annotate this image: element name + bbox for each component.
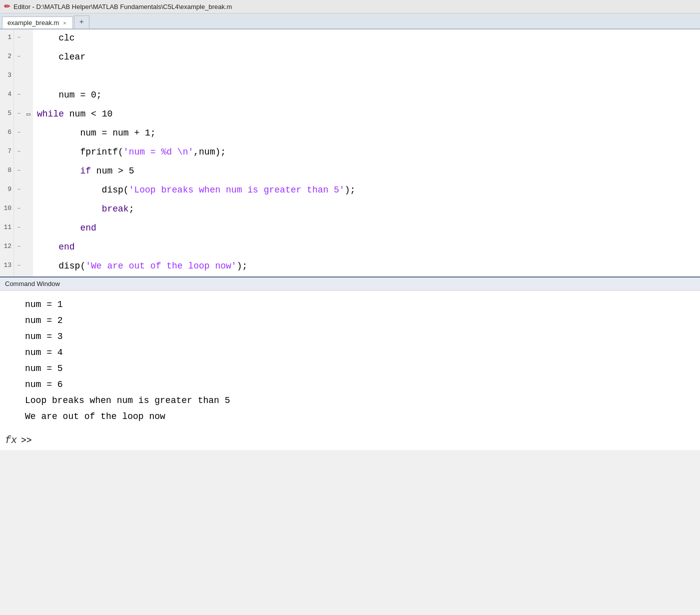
line-number-12: 12	[0, 238, 14, 258]
cw-output-5: num = 5	[25, 360, 675, 376]
code-content-6[interactable]: num = num + 1;	[33, 124, 700, 144]
code-content-2[interactable]: clear	[33, 48, 700, 68]
code-content-10[interactable]: break;	[33, 200, 700, 220]
line-dash-13: –	[14, 258, 24, 276]
line-dash-2: –	[14, 48, 24, 68]
fold-6	[24, 124, 33, 144]
command-window-body[interactable]: num = 1 num = 2 num = 3 num = 4 num = 5 …	[0, 290, 700, 430]
code-line-3: 3	[0, 68, 700, 86]
fold-13	[24, 258, 33, 276]
fold-1	[24, 30, 33, 48]
line-dash-6: –	[14, 124, 24, 144]
fold-9	[24, 182, 33, 200]
command-window-header: Command Window	[0, 278, 700, 290]
line-dash-10: –	[14, 200, 24, 220]
line-number-10: 10	[0, 200, 14, 220]
window-title: Editor - D:\MATLAB Helper\MATLAB Fundame…	[13, 3, 232, 10]
tab-label: example_break.m	[7, 19, 59, 26]
fold-12	[24, 238, 33, 258]
code-content-7[interactable]: fprintf('num = %d \n',num);	[33, 144, 700, 162]
line-dash-4: –	[14, 86, 24, 106]
cw-output-3: num = 3	[25, 328, 675, 344]
code-content-1[interactable]: clc	[33, 30, 700, 48]
prompt-text[interactable]: >>	[21, 436, 32, 446]
cw-output-4: num = 4	[25, 344, 675, 360]
line-dash-7: –	[14, 144, 24, 162]
code-content-13[interactable]: disp('We are out of the loop now');	[33, 258, 700, 276]
fold-2	[24, 48, 33, 68]
code-content-8[interactable]: if num > 5	[33, 162, 700, 182]
fx-symbol: fx	[5, 434, 17, 446]
code-content-12[interactable]: end	[33, 238, 700, 258]
cw-output-1: num = 1	[25, 296, 675, 312]
line-dash-11: –	[14, 220, 24, 238]
code-content-5[interactable]: while num < 10	[33, 106, 700, 124]
new-tab-button[interactable]: +	[74, 16, 89, 28]
code-line-8: 8 – if num > 5	[0, 162, 700, 182]
file-tab[interactable]: example_break.m ×	[2, 16, 73, 28]
cw-output-2: num = 2	[25, 312, 675, 328]
code-line-2: 2 – clear	[0, 48, 700, 68]
line-number-7: 7	[0, 144, 14, 162]
code-content-3[interactable]	[33, 68, 700, 86]
line-number-3: 3	[0, 68, 14, 86]
code-line-4: 4 – num = 0;	[0, 86, 700, 106]
code-line-10: 10 – break;	[0, 200, 700, 220]
line-dash-9: –	[14, 182, 24, 200]
prompt-line[interactable]: fx >>	[0, 430, 700, 450]
fold-3	[24, 68, 33, 86]
code-content-9[interactable]: disp('Loop breaks when num is greater th…	[33, 182, 700, 200]
line-number-11: 11	[0, 220, 14, 238]
tab-bar: example_break.m × +	[0, 14, 700, 30]
title-bar: ✏ Editor - D:\MATLAB Helper\MATLAB Funda…	[0, 0, 700, 14]
fold-8	[24, 162, 33, 182]
fold-7	[24, 144, 33, 162]
code-line-13: 13 – disp('We are out of the loop now');	[0, 258, 700, 276]
code-line-7: 7 – fprintf('num = %d \n',num);	[0, 144, 700, 162]
line-number-1: 1	[0, 30, 14, 48]
code-line-11: 11 – end	[0, 220, 700, 238]
cw-output-8: We are out of the loop now	[25, 408, 675, 424]
code-line-5: 5 – ▭ while num < 10	[0, 106, 700, 124]
line-number-9: 9	[0, 182, 14, 200]
fold-4	[24, 86, 33, 106]
line-number-6: 6	[0, 124, 14, 144]
tab-close-button[interactable]: ×	[63, 20, 66, 26]
line-dash-8: –	[14, 162, 24, 182]
code-content-11[interactable]: end	[33, 220, 700, 238]
cw-output-7: Loop breaks when num is greater than 5	[25, 392, 675, 408]
fold-5[interactable]: ▭	[24, 106, 33, 124]
line-number-4: 4	[0, 86, 14, 106]
code-line-6: 6 – num = num + 1;	[0, 124, 700, 144]
fold-11	[24, 220, 33, 238]
line-dash-12: –	[14, 238, 24, 258]
editor-panel: 1 – clc 2 – clear 3 4 – num = 0; 5 – ▭ w…	[0, 30, 700, 278]
command-window: Command Window num = 1 num = 2 num = 3 n…	[0, 278, 700, 450]
line-dash-3	[14, 68, 24, 86]
line-number-8: 8	[0, 162, 14, 182]
line-dash-5: –	[14, 106, 24, 124]
code-line-1: 1 – clc	[0, 30, 700, 48]
code-line-9: 9 – disp('Loop breaks when num is greate…	[0, 182, 700, 200]
editor-icon: ✏	[4, 2, 10, 11]
code-content-4[interactable]: num = 0;	[33, 86, 700, 106]
line-dash-1: –	[14, 30, 24, 48]
line-number-13: 13	[0, 258, 14, 276]
cw-output-6: num = 6	[25, 376, 675, 392]
line-number-5: 5	[0, 106, 14, 124]
line-number-2: 2	[0, 48, 14, 68]
fold-10	[24, 200, 33, 220]
code-line-12: 12 – end	[0, 238, 700, 258]
